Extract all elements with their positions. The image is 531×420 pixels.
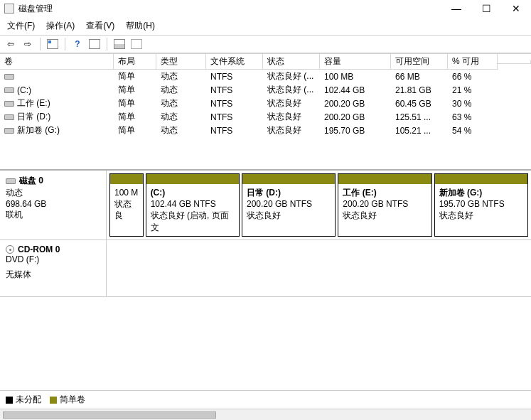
vol-capacity: 100 MB xyxy=(320,71,391,82)
cdrom-block[interactable]: CD-ROM 0 DVD (F:) 无媒体 xyxy=(0,240,531,297)
legend-simple: 简单卷 xyxy=(50,394,85,406)
partition[interactable]: 100 M状态良 xyxy=(109,173,144,237)
partition-title: 工作 (E:) xyxy=(343,187,427,198)
partition[interactable]: 新加卷 (G:)195.70 GB NTFS状态良好 xyxy=(434,173,528,237)
vol-type: 动态 xyxy=(156,70,206,83)
legend: 未分配 简单卷 xyxy=(0,390,531,409)
table-row[interactable]: 工作 (E:)简单动态NTFS状态良好200.20 GB60.45 GB30 % xyxy=(0,97,531,110)
partition-body: 100 M状态良 xyxy=(110,184,143,225)
partition-bar xyxy=(146,174,239,184)
partition-title: (C:) xyxy=(151,187,235,198)
col-status[interactable]: 状态 xyxy=(263,54,320,70)
col-free[interactable]: 可用空间 xyxy=(391,54,448,70)
toolbar-view1-icon[interactable] xyxy=(46,38,59,50)
col-layout[interactable]: 布局 xyxy=(114,54,156,70)
horizontal-scrollbar[interactable] xyxy=(0,409,531,420)
vol-fs: NTFS xyxy=(206,125,263,136)
disk-0-info: 磁盘 0 动态 698.64 GB 联机 xyxy=(0,171,107,239)
disk-icon xyxy=(4,74,14,80)
menu-file[interactable]: 文件(F) xyxy=(4,18,38,33)
vol-type: 动态 xyxy=(156,124,206,137)
vol-capacity: 200.20 GB xyxy=(320,112,391,123)
titlebar: 磁盘管理 — ☐ ✕ xyxy=(0,0,531,17)
vol-free: 60.45 GB xyxy=(391,98,448,109)
vol-layout: 简单 xyxy=(114,110,156,124)
vol-free: 21.81 GB xyxy=(391,85,448,96)
legend-unalloc: 未分配 xyxy=(6,394,41,406)
toolbar-list-icon[interactable] xyxy=(113,38,126,50)
partition-line2: 状态良好 (启动, 页面文 xyxy=(151,210,235,232)
partition[interactable]: 日常 (D:)200.20 GB NTFS状态良好 xyxy=(242,173,336,237)
volume-body: 简单动态NTFS状态良好 (...100 MB66 MB66 %(C:)简单动态… xyxy=(0,70,531,169)
partition-line2: 状态良 xyxy=(114,198,139,221)
disk-map-pane: 磁盘 0 动态 698.64 GB 联机 100 M状态良(C:)102.44 … xyxy=(0,169,531,420)
maximize-button[interactable]: ☐ xyxy=(471,0,501,17)
partition-line2: 状态良好 xyxy=(247,210,331,221)
menu-help[interactable]: 帮助(H) xyxy=(123,18,158,33)
vol-name: 新加卷 (G:) xyxy=(0,124,114,137)
vol-status: 状态良好 xyxy=(263,124,320,137)
partition-line1: 200.20 GB NTFS xyxy=(343,198,427,210)
disk-0-online: 联机 xyxy=(6,209,100,221)
vol-capacity: 195.70 GB xyxy=(320,125,391,136)
cdrom-line1: DVD (F:) xyxy=(6,254,100,264)
toolbar-view2-icon[interactable] xyxy=(88,38,101,50)
vol-status: 状态良好 xyxy=(263,97,320,110)
menu-action[interactable]: 操作(A) xyxy=(43,18,77,33)
disk-0-size: 698.64 GB xyxy=(6,199,100,209)
close-button[interactable]: ✕ xyxy=(501,0,531,17)
partition-line2: 状态良好 xyxy=(343,210,427,221)
toolbar-separator xyxy=(65,38,65,50)
vol-fs: NTFS xyxy=(206,85,263,96)
legend-unalloc-swatch xyxy=(6,397,13,404)
vol-type: 动态 xyxy=(156,110,206,124)
partition-title: 新加卷 (G:) xyxy=(439,187,523,198)
partition-bar xyxy=(110,174,143,184)
vol-pct: 30 % xyxy=(448,98,498,109)
partition-body: 新加卷 (G:)195.70 GB NTFS状态良好 xyxy=(435,184,527,225)
disk-0-block[interactable]: 磁盘 0 动态 698.64 GB 联机 100 M状态良(C:)102.44 … xyxy=(0,171,531,240)
disk-icon xyxy=(4,101,14,107)
vol-pct: 21 % xyxy=(448,85,498,96)
col-volume[interactable]: 卷 xyxy=(0,54,114,70)
table-row[interactable]: (C:)简单动态NTFS状态良好 (...102.44 GB21.81 GB21… xyxy=(0,83,531,97)
volume-header-row: 卷 布局 类型 文件系统 状态 容量 可用空间 % 可用 xyxy=(0,54,531,70)
toolbar-props-icon[interactable] xyxy=(130,38,143,50)
toolbar: ⇦ ⇨ ? xyxy=(0,35,531,53)
vol-fs: NTFS xyxy=(206,112,263,123)
partition-body: 日常 (D:)200.20 GB NTFS状态良好 xyxy=(242,184,335,225)
col-capacity[interactable]: 容量 xyxy=(320,54,391,70)
vol-layout: 简单 xyxy=(114,97,156,110)
cdrom-label: CD-ROM 0 xyxy=(18,244,60,254)
vol-free: 66 MB xyxy=(391,71,448,82)
table-row[interactable]: 日常 (D:)简单动态NTFS状态良好200.20 GB125.51 ...63… xyxy=(0,110,531,124)
disk-icon xyxy=(6,178,16,184)
disk-icon xyxy=(4,128,14,134)
partition-bar xyxy=(242,174,335,184)
col-type[interactable]: 类型 xyxy=(156,54,206,70)
vol-free: 125.51 ... xyxy=(391,112,448,123)
vol-name xyxy=(0,73,114,80)
partition-bar xyxy=(435,174,527,184)
back-icon[interactable]: ⇦ xyxy=(4,38,17,50)
help-icon[interactable]: ? xyxy=(71,38,84,50)
minimize-button[interactable]: — xyxy=(441,0,471,17)
vol-capacity: 102.44 GB xyxy=(320,85,391,96)
col-pct[interactable]: % 可用 xyxy=(448,54,498,70)
col-fs[interactable]: 文件系统 xyxy=(206,54,263,70)
menu-view[interactable]: 查看(V) xyxy=(83,18,117,33)
vol-layout: 简单 xyxy=(114,124,156,137)
cdrom-line2: 无媒体 xyxy=(6,269,100,281)
partition[interactable]: 工作 (E:)200.20 GB NTFS状态良好 xyxy=(338,173,431,237)
table-row[interactable]: 简单动态NTFS状态良好 (...100 MB66 MB66 % xyxy=(0,70,531,83)
vol-fs: NTFS xyxy=(206,71,263,82)
vol-pct: 54 % xyxy=(448,125,498,136)
scrollbar-thumb[interactable] xyxy=(3,411,216,419)
disk-icon xyxy=(4,114,14,120)
app-icon xyxy=(4,4,14,14)
cdrom-empty-space xyxy=(107,240,531,296)
table-row[interactable]: 新加卷 (G:)简单动态NTFS状态良好195.70 GB105.21 ...5… xyxy=(0,124,531,137)
partition-line1: 200.20 GB NTFS xyxy=(247,198,331,210)
partition[interactable]: (C:)102.44 GB NTFS状态良好 (启动, 页面文 xyxy=(146,173,240,237)
forward-icon[interactable]: ⇨ xyxy=(21,38,34,50)
